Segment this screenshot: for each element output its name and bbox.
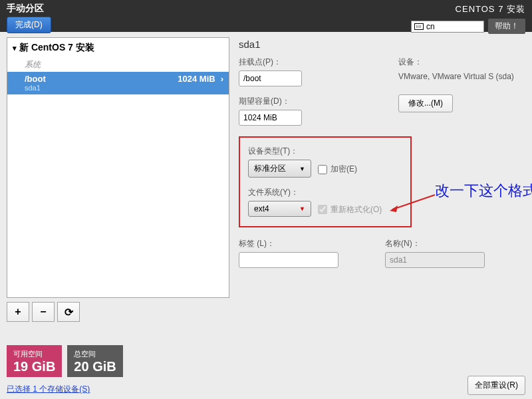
- mountpoint-label: 挂载点(P)：: [239, 55, 378, 70]
- reload-button[interactable]: ⟳: [57, 302, 80, 322]
- reformat-checkbox: [318, 205, 327, 214]
- devtype-label: 设备类型(T)：: [248, 144, 402, 160]
- page-title: 手动分区: [7, 1, 411, 17]
- total-space-box: 总空间 20 GiB: [67, 345, 122, 377]
- filesystem-label: 文件系统(Y)：: [248, 186, 402, 201]
- tree-section-system: 系统: [7, 58, 229, 72]
- modify-button[interactable]: 修改...(M): [398, 94, 453, 112]
- encrypt-checkbox[interactable]: [318, 165, 327, 174]
- partition-tree: 新 CentOS 7 安装 系统 /boot 1024 MiB › sda1: [7, 37, 229, 298]
- keyboard-layout-label: cn: [426, 22, 435, 31]
- storage-devices-link[interactable]: 已选择 1 个存储设备(S): [7, 384, 90, 395]
- footer: 可用空间 19 GiB 总空间 20 GiB 已选择 1 个存储设备(S) 全部…: [7, 345, 525, 395]
- done-button[interactable]: 完成(D): [7, 17, 51, 33]
- device-label: 设备：: [398, 55, 525, 70]
- add-partition-button[interactable]: +: [7, 302, 29, 322]
- available-space-box: 可用空间 19 GiB: [7, 345, 62, 377]
- partition-mount: /boot: [25, 74, 178, 84]
- device-text: VMware, VMware Virtual S (sda): [398, 70, 525, 82]
- partition-device: sda1: [7, 84, 229, 94]
- detail-title: sda1: [239, 39, 525, 55]
- capacity-label: 期望容量(D)：: [239, 94, 378, 110]
- chevron-right-icon: ›: [221, 74, 223, 84]
- tag-input[interactable]: [239, 252, 338, 268]
- mountpoint-input[interactable]: [239, 70, 302, 86]
- help-button[interactable]: 帮助！: [488, 19, 525, 34]
- filesystem-select[interactable]: ext4 ▼: [248, 201, 311, 217]
- encrypt-label: 加密(E): [331, 164, 357, 175]
- chevron-down-icon: ▼: [299, 166, 305, 172]
- partition-size: 1024 MiB: [178, 74, 215, 84]
- annotation-text: 改一下这个格式: [435, 181, 532, 201]
- highlight-box: 设备类型(T)： 标准分区 ▼ 加密(E) 文件系统(Y)：: [239, 136, 412, 227]
- chevron-down-icon: ▼: [299, 205, 305, 212]
- tree-header[interactable]: 新 CentOS 7 安装: [7, 38, 229, 58]
- reset-all-button[interactable]: 全部重设(R): [467, 376, 525, 395]
- tag-label: 标签 (L)：: [239, 237, 338, 252]
- devtype-select[interactable]: 标准分区 ▼: [248, 160, 311, 178]
- reformat-label: 重新格式化(O): [331, 204, 382, 215]
- remove-partition-button[interactable]: −: [32, 302, 55, 322]
- installer-title: CENTOS 7 安装: [411, 1, 525, 19]
- keyboard-icon: [414, 23, 424, 30]
- partition-detail: sda1 挂载点(P)： 期望容量(D)： 设备类型(T)： 标准分区 ▼: [239, 37, 525, 322]
- top-bar: 手动分区 完成(D) CENTOS 7 安装 cn 帮助！: [0, 0, 532, 32]
- capacity-input[interactable]: [239, 110, 302, 126]
- keyboard-layout-selector[interactable]: cn: [411, 21, 484, 33]
